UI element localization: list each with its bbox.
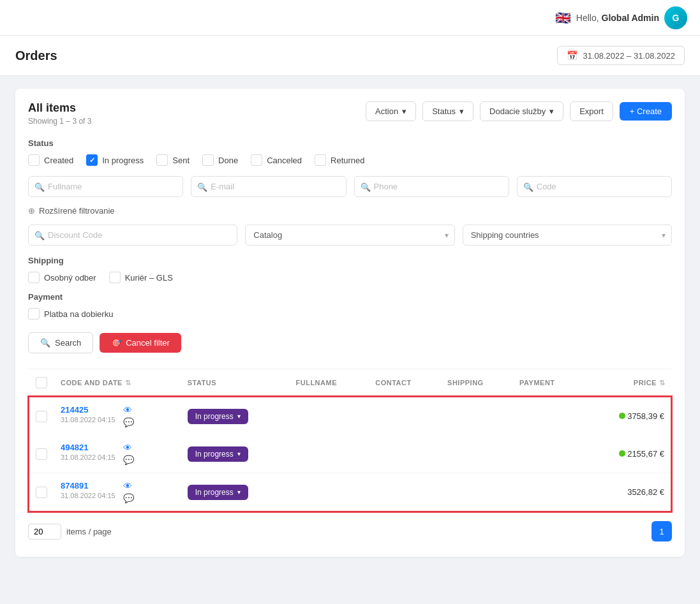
status-checkbox-inprogress[interactable] <box>86 154 98 166</box>
per-page: 20 50 100 items / page <box>28 524 112 540</box>
order-link-1[interactable]: 214425 <box>61 405 115 415</box>
shipping-checkbox-osobny[interactable] <box>28 272 40 283</box>
payment-cell-2 <box>513 435 584 473</box>
dodacie-button[interactable]: Dodacie služby ▾ <box>480 101 563 121</box>
payment-checkbox-platba[interactable] <box>28 308 40 320</box>
payment-platba[interactable]: Platba na dobierku <box>28 308 113 320</box>
fullname-input-wrap: 🔍 <box>28 176 183 197</box>
code-date-cell: 874891 31.08.2022 04:15 👁 💬 <box>54 473 181 512</box>
status-item-sent[interactable]: Sent <box>156 154 190 166</box>
table-header: CODE AND DATE ⇅ STATUS FULLNAME CONTACT … <box>29 369 671 397</box>
row-checkbox-1[interactable] <box>36 411 47 422</box>
row-checkbox-cell <box>29 435 54 473</box>
shipping-countries-select[interactable]: Shipping countries <box>463 225 672 246</box>
row-checkbox-3[interactable] <box>36 487 47 498</box>
status-item-done[interactable]: Done <box>202 154 238 166</box>
table-row: 214425 31.08.2022 04:15 👁 💬 <box>29 397 671 435</box>
sort-icon: ⇅ <box>125 379 131 387</box>
code-date-cell: 214425 31.08.2022 04:15 👁 💬 <box>54 397 181 435</box>
payment-section-label: Payment <box>28 292 672 302</box>
code-input[interactable] <box>517 176 672 197</box>
chevron-down-icon: ▾ <box>237 450 241 457</box>
dot-green-icon <box>619 450 625 457</box>
search-button[interactable]: 🔍 Search <box>28 332 93 353</box>
status-item-returned[interactable]: Returned <box>315 154 364 166</box>
price-value-3: 3526,82 € <box>627 487 664 497</box>
status-badge-1[interactable]: In progress ▾ <box>188 409 248 424</box>
avatar-button[interactable]: G <box>664 6 687 29</box>
fullname-input[interactable] <box>28 176 183 197</box>
code-input-wrap: 🔍 <box>517 176 672 197</box>
eye-icon[interactable]: 👁 <box>123 443 134 453</box>
discount-code-input[interactable] <box>28 225 237 246</box>
cancel-filter-icon: 🎯 <box>111 338 121 348</box>
shipping-kurier[interactable]: Kuriér – GLS <box>109 272 173 283</box>
message-icon[interactable]: 💬 <box>123 455 134 465</box>
card-header: All items Showing 1 – 3 of 3 Action ▾ St… <box>28 101 672 126</box>
order-link-2[interactable]: 494821 <box>61 443 115 452</box>
search-icon: 🔍 <box>40 338 50 348</box>
page-button-1[interactable]: 1 <box>652 521 672 541</box>
eye-icon[interactable]: 👁 <box>123 405 134 415</box>
shipping-label-kurier: Kuriér – GLS <box>125 273 173 283</box>
eye-icon[interactable]: 👁 <box>123 481 134 491</box>
status-item-canceled[interactable]: Canceled <box>251 154 302 166</box>
expand-filter-label: Rozšírené filtrovanie <box>39 206 115 216</box>
status-button[interactable]: Status ▾ <box>422 101 473 121</box>
status-item-created[interactable]: Created <box>28 154 73 166</box>
status-checkbox-created[interactable] <box>28 154 40 166</box>
shipping-cell-3 <box>441 473 513 512</box>
export-label: Export <box>579 107 604 116</box>
status-item-inprogress[interactable]: In progress <box>86 154 144 166</box>
status-badge-2[interactable]: In progress ▾ <box>188 446 248 462</box>
date-range-value: 31.08.2022 – 31.08.2022 <box>583 51 675 61</box>
fullname-cell-3 <box>290 473 369 512</box>
select-all-checkbox[interactable] <box>36 377 47 388</box>
price-cell-1: 3758,39 € <box>584 397 671 435</box>
payment-options-row: Platba na dobierku <box>28 308 672 320</box>
status-checkbox-done[interactable] <box>202 154 214 166</box>
search-button-label: Search <box>55 338 81 348</box>
create-button[interactable]: + Create <box>620 102 672 121</box>
phone-input[interactable] <box>354 176 509 197</box>
contact-cell-3 <box>369 473 441 512</box>
date-range-button[interactable]: 📅 31.08.2022 – 31.08.2022 <box>557 46 685 65</box>
payment-section: Payment Platba na dobierku <box>28 292 672 320</box>
order-link-3[interactable]: 874891 <box>61 481 115 490</box>
page-title: Orders <box>15 48 57 63</box>
catalog-select-wrap: Catalog ▾ <box>245 225 454 246</box>
order-date-1: 31.08.2022 04:15 <box>61 416 115 424</box>
payment-label-platba: Platba na dobierku <box>44 309 113 319</box>
per-page-select[interactable]: 20 50 100 <box>28 524 61 540</box>
table-footer: 20 50 100 items / page 1 <box>28 512 672 544</box>
action-button[interactable]: Action ▾ <box>366 101 416 121</box>
status-checkbox-sent[interactable] <box>156 154 168 166</box>
status-filter-row: Created In progress Sent Done <box>28 154 672 166</box>
chevron-down-icon: ▾ <box>237 489 241 496</box>
flag-icon: 🇬🇧 <box>555 10 571 26</box>
shipping-checkbox-kurier[interactable] <box>109 272 121 283</box>
status-checkbox-canceled[interactable] <box>251 154 262 166</box>
th-select-all[interactable] <box>29 369 54 397</box>
status-badge-3[interactable]: In progress ▾ <box>188 485 248 500</box>
status-text-2: In progress <box>195 450 234 459</box>
message-icon[interactable]: 💬 <box>123 493 134 503</box>
th-price: PRICE ⇅ <box>584 369 671 397</box>
export-button[interactable]: Export <box>570 101 613 121</box>
status-checkbox-returned[interactable] <box>315 154 326 166</box>
message-icon[interactable]: 💬 <box>123 417 134 427</box>
shipping-osobny[interactable]: Osobný odber <box>28 272 96 283</box>
shipping-label-osobny: Osobný odber <box>44 273 96 283</box>
expand-filter[interactable]: ⊕ Rozšírené filtrovanie <box>28 206 672 216</box>
email-input[interactable] <box>191 176 346 197</box>
order-date-2: 31.08.2022 04:15 <box>61 453 115 461</box>
calendar-icon: 📅 <box>567 50 577 61</box>
top-bar: 🇬🇧 Hello, Global Admin G <box>0 0 700 36</box>
cancel-filter-button[interactable]: 🎯 Cancel filter <box>100 333 181 353</box>
row-checkbox-2[interactable] <box>36 448 47 460</box>
fullname-cell-1 <box>290 397 369 435</box>
price-value-1: 3758,39 € <box>627 411 664 421</box>
catalog-select[interactable]: Catalog <box>245 225 454 246</box>
fullname-cell-2 <box>290 435 369 473</box>
header-actions: Action ▾ Status ▾ Dodacie služby ▾ Expor… <box>366 101 672 121</box>
